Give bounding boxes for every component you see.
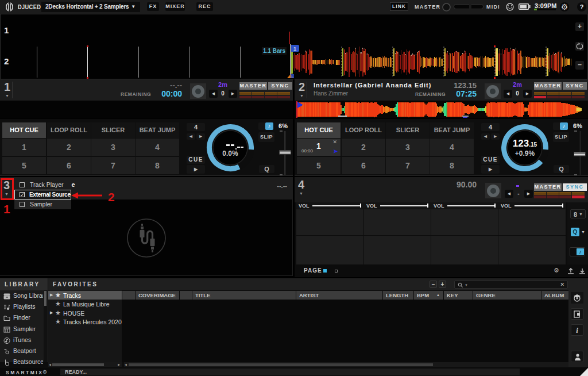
svg-text:0.0%: 0.0% [222, 149, 238, 158]
svg-text:1: 1 [293, 46, 296, 52]
svg-text:+0.9%: +0.9% [515, 149, 535, 158]
